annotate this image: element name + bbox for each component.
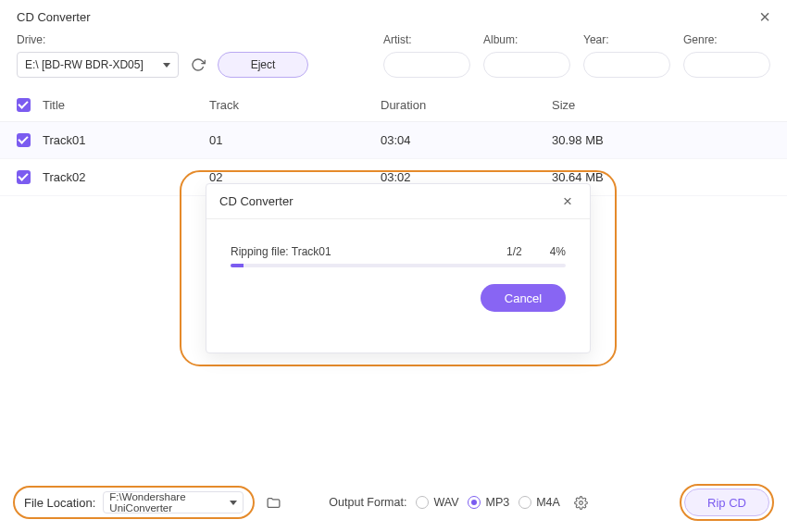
drive-select[interactable]: E:\ [BD-RW BDR-XD05]	[17, 52, 179, 78]
cell-title: Track02	[43, 170, 209, 184]
cell-title: Track01	[43, 133, 209, 147]
row-checkbox[interactable]	[17, 133, 31, 147]
progress-bar	[231, 264, 566, 267]
genre-input[interactable]	[683, 52, 770, 78]
cell-track: 01	[209, 133, 381, 147]
col-track: Track	[209, 98, 381, 112]
file-location-select[interactable]: F:\Wondershare UniConverter	[103, 491, 244, 513]
album-label: Album:	[483, 33, 570, 46]
row-checkbox[interactable]	[17, 170, 31, 184]
format-wav-label: WAV	[433, 496, 458, 509]
album-input[interactable]	[483, 52, 570, 78]
progress-dialog: CD Converter × Ripping file: Track01 1/2…	[206, 183, 591, 353]
cell-duration: 03:04	[381, 133, 552, 147]
drive-label: Drive:	[17, 33, 308, 46]
format-settings-icon[interactable]	[573, 494, 590, 511]
window-title: CD Converter	[17, 10, 90, 24]
format-m4a-radio[interactable]: M4A	[518, 496, 560, 509]
file-location-group: File Location: F:\Wondershare UniConvert…	[13, 486, 255, 519]
table-header: Title Track Duration Size	[0, 89, 787, 122]
drive-selected-value: E:\ [BD-RW BDR-XD05]	[25, 58, 144, 71]
close-icon[interactable]: ×	[756, 7, 774, 26]
dialog-title: CD Converter	[219, 194, 293, 208]
rip-cd-label: Rip CD	[707, 496, 746, 510]
refresh-icon[interactable]	[186, 53, 210, 77]
ripping-count: 1/2	[506, 245, 522, 258]
year-label: Year:	[583, 33, 670, 46]
eject-label: Eject	[251, 58, 276, 71]
genre-label: Genre:	[683, 33, 770, 46]
format-wav-radio[interactable]: WAV	[416, 496, 458, 509]
year-input[interactable]	[583, 52, 670, 78]
artist-label: Artist:	[383, 33, 470, 46]
file-location-value: F:\Wondershare UniConverter	[109, 491, 222, 513]
progress-fill	[231, 264, 244, 267]
open-folder-icon[interactable]	[264, 493, 282, 512]
artist-input[interactable]	[383, 52, 470, 78]
select-all-checkbox[interactable]	[17, 98, 31, 112]
eject-button[interactable]: Eject	[218, 52, 308, 78]
output-format-label: Output Format:	[329, 496, 406, 509]
col-title: Title	[43, 98, 209, 112]
table-row[interactable]: Track01 01 03:04 30.98 MB	[0, 122, 787, 159]
svg-point-0	[580, 501, 583, 504]
col-size: Size	[552, 98, 770, 112]
ripping-percent: 4%	[550, 245, 566, 258]
format-mp3-radio[interactable]: MP3	[468, 496, 509, 509]
cancel-label: Cancel	[505, 291, 542, 305]
rip-cd-button[interactable]: Rip CD	[684, 489, 769, 516]
col-duration: Duration	[381, 98, 552, 112]
dialog-close-icon[interactable]: ×	[558, 193, 577, 209]
cell-size: 30.98 MB	[552, 133, 770, 147]
cancel-button[interactable]: Cancel	[481, 284, 566, 312]
ripping-file-label: Ripping file: Track01	[231, 245, 506, 258]
annotation-highlight: Rip CD	[680, 484, 774, 521]
format-mp3-label: MP3	[485, 496, 509, 509]
format-m4a-label: M4A	[536, 496, 560, 509]
file-location-label: File Location:	[24, 496, 95, 510]
